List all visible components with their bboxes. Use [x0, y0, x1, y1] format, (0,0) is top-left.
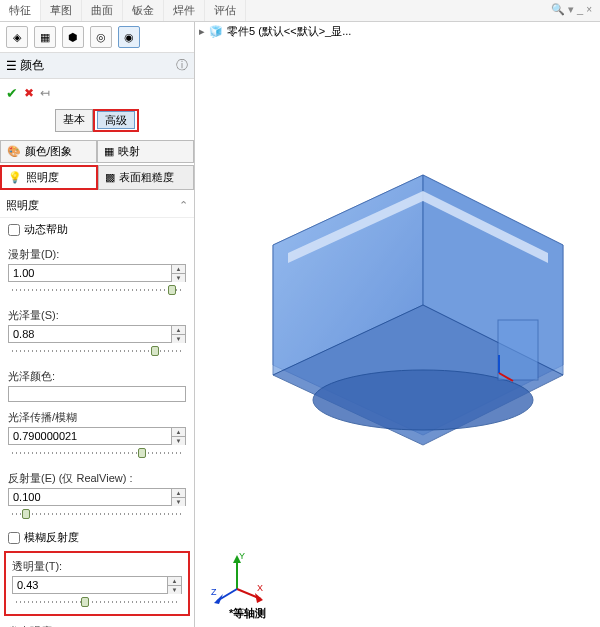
- ribbon-tab-feature[interactable]: 特征: [0, 0, 41, 21]
- diffuse-input[interactable]: [9, 265, 171, 281]
- panel-tab-history-icon[interactable]: ▦: [34, 26, 56, 48]
- panel-title-row: ☰ 颜色 ⓘ: [0, 53, 194, 79]
- svg-text:X: X: [257, 583, 263, 593]
- blur-reflect-label: 模糊反射度: [24, 530, 79, 545]
- mode-switch: 基本 高级: [0, 109, 194, 132]
- part-icon: 🧊: [209, 25, 223, 38]
- panel-title: 颜色: [20, 57, 44, 74]
- breadcrumb[interactable]: ▸ 🧊 零件5 (默认<<默认>_显...: [199, 24, 351, 39]
- svg-rect-6: [498, 320, 538, 380]
- specular-color-swatch[interactable]: [8, 386, 186, 402]
- mapping-icon: ▦: [104, 145, 114, 158]
- collapse-icon: ⌃: [179, 199, 188, 212]
- group-header-label: 照明度: [6, 198, 39, 213]
- subtab-illumination-label: 照明度: [26, 170, 59, 185]
- blur-reflect-checkbox[interactable]: [8, 532, 20, 544]
- panel-tab-target-icon[interactable]: ◎: [90, 26, 112, 48]
- subtab-roughness[interactable]: ▩ 表面粗糙度: [98, 165, 194, 190]
- property-panel: ◈ ▦ ⬢ ◎ ◉ ☰ 颜色 ⓘ ✔ ✖ ↤ 基本 高级 🎨 颜色/图象: [0, 22, 195, 627]
- ribbon-tab-weldment[interactable]: 焊件: [164, 0, 205, 21]
- diffuse-label: 漫射量(D):: [8, 247, 186, 262]
- dynamic-help-checkbox[interactable]: [8, 224, 20, 236]
- light-icon: 💡: [8, 171, 22, 184]
- specular-label: 光泽量(S):: [8, 308, 186, 323]
- model-view[interactable]: [215, 72, 590, 537]
- cancel-button[interactable]: ✖: [24, 86, 34, 100]
- subtab-roughness-label: 表面粗糙度: [119, 170, 174, 185]
- specular-spinner[interactable]: ▲▼: [171, 326, 185, 342]
- specular-slider[interactable]: [12, 345, 182, 357]
- tab-color-image[interactable]: 🎨 颜色/图象: [0, 140, 97, 163]
- undo-button[interactable]: ↤: [40, 86, 50, 100]
- diffuse-slider[interactable]: [12, 284, 182, 296]
- panel-tab-appearance-icon[interactable]: ◉: [118, 26, 140, 48]
- svg-text:Z: Z: [211, 587, 217, 597]
- spread-label: 光泽传播/模糊: [8, 410, 186, 425]
- dynamic-help-label: 动态帮助: [24, 222, 68, 237]
- breadcrumb-label: 零件5 (默认<<默认>_显...: [227, 24, 351, 39]
- ribbon-tab-sheetmetal[interactable]: 钣金: [123, 0, 164, 21]
- reflect-label: 反射量(E) (仅 RealView) :: [8, 471, 186, 486]
- breadcrumb-arrow-icon: ▸: [199, 25, 205, 38]
- ribbon-tab-sketch[interactable]: 草图: [41, 0, 82, 21]
- transparency-label: 透明量(T):: [12, 559, 182, 574]
- close-icon: ×: [586, 4, 592, 15]
- texture-icon: ▩: [105, 171, 115, 184]
- transparency-highlight: 透明量(T): ▲▼: [4, 551, 190, 616]
- transparency-spinner[interactable]: ▲▼: [167, 577, 181, 593]
- palette-icon: 🎨: [7, 145, 21, 158]
- mode-advanced-button[interactable]: 高级: [97, 111, 135, 129]
- search-icon: 🔍: [551, 3, 565, 15]
- transparency-input[interactable]: [13, 577, 167, 593]
- panel-subtabs: ◈ ▦ ⬢ ◎ ◉: [0, 22, 194, 53]
- tab-mapping-label: 映射: [118, 144, 140, 159]
- specular-input[interactable]: [9, 326, 171, 342]
- help-icon[interactable]: ⓘ: [176, 57, 188, 74]
- subtab-illumination[interactable]: 💡 照明度: [0, 165, 98, 190]
- diffuse-spinner[interactable]: ▲▼: [171, 265, 185, 281]
- ribbon-tabs: 特征 草图 曲面 钣金 焊件 评估 🔍 ▾ _ ×: [0, 0, 600, 22]
- reflect-input[interactable]: [9, 489, 171, 505]
- spread-slider[interactable]: [12, 447, 182, 459]
- dropdown-icon: ▾ _: [568, 3, 586, 15]
- ribbon-tab-evaluate[interactable]: 评估: [205, 0, 246, 21]
- ribbon-tab-surface[interactable]: 曲面: [82, 0, 123, 21]
- panel-tab-feature-icon[interactable]: ◈: [6, 26, 28, 48]
- ok-button[interactable]: ✔: [6, 85, 18, 101]
- spread-input[interactable]: [9, 428, 171, 444]
- panel-tab-config-icon[interactable]: ⬢: [62, 26, 84, 48]
- specular-color-label: 光泽颜色:: [8, 369, 186, 384]
- transparency-slider[interactable]: [16, 596, 178, 608]
- tab-mapping[interactable]: ▦ 映射: [97, 140, 194, 163]
- svg-text:Y: Y: [239, 551, 245, 561]
- mode-basic-button[interactable]: 基本: [55, 109, 93, 132]
- reflect-spinner[interactable]: ▲▼: [171, 489, 185, 505]
- view-label: *等轴测: [229, 606, 266, 621]
- svg-marker-13: [255, 593, 263, 603]
- group-illumination[interactable]: 照明度 ⌃: [0, 194, 194, 218]
- reflect-slider[interactable]: [12, 508, 182, 520]
- spread-spinner[interactable]: ▲▼: [171, 428, 185, 444]
- main-tab-row: 🎨 颜色/图象 ▦ 映射: [0, 140, 194, 163]
- ok-cancel-bar: ✔ ✖ ↤: [0, 79, 194, 105]
- color-list-icon: ☰: [6, 59, 17, 73]
- viewport[interactable]: ▸ 🧊 零件5 (默认<<默认>_显...: [195, 22, 600, 627]
- sub-tab-row: 💡 照明度 ▩ 表面粗糙度: [0, 165, 194, 190]
- orientation-triad[interactable]: Y X Z: [209, 549, 259, 599]
- tab-color-image-label: 颜色/图象: [25, 144, 72, 159]
- ribbon-close[interactable]: 🔍 ▾ _ ×: [543, 0, 600, 21]
